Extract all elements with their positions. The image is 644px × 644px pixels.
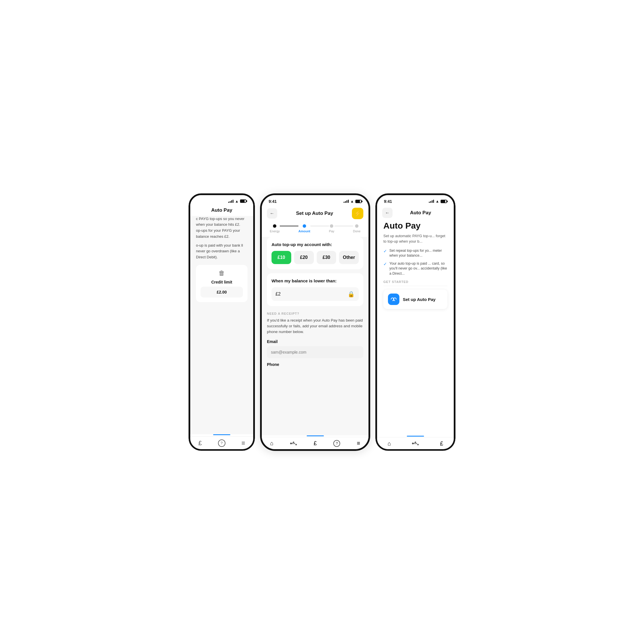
center-nav-home[interactable]: ⌂ xyxy=(270,440,274,447)
balance-card-title: When my balance is lower than: xyxy=(272,278,359,283)
email-input[interactable] xyxy=(267,346,363,358)
amount-options: £10 £20 £30 Other xyxy=(272,251,359,264)
center-nav-menu[interactable]: ≡ xyxy=(357,440,360,447)
svg-point-10 xyxy=(417,444,419,445)
check-item-1: ✓ Set repeat top-ups for yo... meter whe… xyxy=(383,248,447,258)
lock-icon: 🔒 xyxy=(348,291,355,298)
setup-autopay-label: Set up Auto Pay xyxy=(403,297,435,302)
right-phone: 9:41 ▲ ← Auto Pay xyxy=(375,193,455,451)
back-arrow-icon: ← xyxy=(270,211,274,216)
amount-other-button[interactable]: Other xyxy=(339,251,359,264)
divider xyxy=(383,286,447,286)
credit-limit-label: Credit limit xyxy=(201,280,243,284)
left-text-3: o-up is paid with your bank ll never go … xyxy=(196,243,247,260)
step-pay: Pay xyxy=(329,224,334,233)
center-nav-pound[interactable]: £ xyxy=(314,440,317,447)
amount-20-button[interactable]: £20 xyxy=(294,251,314,264)
svg-point-0 xyxy=(290,443,292,444)
balance-value: £2 xyxy=(276,292,281,297)
svg-point-6 xyxy=(412,443,414,444)
left-nav-help[interactable]: ? xyxy=(218,439,225,447)
left-content: c PAYG top-ups so you never when your ba… xyxy=(190,216,253,434)
check-icon-2: ✓ xyxy=(383,261,387,267)
left-nav-header: Auto Pay xyxy=(190,206,253,216)
signal-icon xyxy=(228,200,233,203)
amount-card: Auto top-up my account with: £10 £20 £30… xyxy=(267,237,363,269)
check-item-2: ✓ Your auto top-up is paid ... card, so … xyxy=(383,261,447,276)
phones-wrapper: ▲ Auto Pay c PAYG top-ups so you never w… xyxy=(189,193,455,451)
right-nav-pound[interactable]: £ xyxy=(440,440,443,447)
right-connections-icon xyxy=(412,441,419,445)
right-nav-connections[interactable] xyxy=(412,441,419,445)
right-pound-icon: £ xyxy=(440,440,443,447)
pound-icon: £ xyxy=(198,439,202,447)
step-amount-dot xyxy=(303,224,306,228)
step-done-dot xyxy=(355,224,358,228)
lightning-button[interactable]: ⚡ xyxy=(352,208,363,219)
center-battery-icon xyxy=(355,200,362,203)
right-content: Auto Pay Set up automatic PAYG top-u... … xyxy=(377,221,454,436)
right-nav-header: ← Auto Pay xyxy=(377,206,454,221)
step-line-1 xyxy=(280,226,298,226)
left-nav-pound[interactable]: £ xyxy=(198,439,202,447)
auto-pay-description: Set up automatic PAYG top-u... forget to… xyxy=(383,233,447,244)
step-line-3 xyxy=(334,226,353,226)
center-nav-title: Set up Auto Pay xyxy=(296,211,333,216)
center-bottom-nav: ⌂ £ ? xyxy=(262,437,368,449)
lightning-icon: ⚡ xyxy=(354,210,361,217)
get-started-label: GET STARTED xyxy=(383,280,447,284)
receipt-label: NEED A RECEIPT? xyxy=(267,312,363,315)
center-back-button[interactable]: ← xyxy=(267,208,277,219)
center-content: Auto top-up my account with: £10 £20 £30… xyxy=(262,237,368,435)
left-credit-card: 🗑 Credit limit £2.00 xyxy=(196,265,247,302)
left-bottom-nav: £ ? ≡ xyxy=(190,436,253,449)
right-time: 9:41 xyxy=(384,199,392,204)
svg-point-4 xyxy=(296,444,297,445)
left-nav-menu[interactable]: ≡ xyxy=(241,439,245,447)
wifi-icon: ▲ xyxy=(235,199,239,203)
setup-autopay-button[interactable]: Set up Auto Pay xyxy=(383,290,447,309)
center-nav-help[interactable]: ? xyxy=(333,440,340,447)
center-menu-icon: ≡ xyxy=(357,440,360,447)
email-label: Email xyxy=(267,339,363,344)
step-energy-label: Energy xyxy=(270,229,280,233)
step-energy-dot xyxy=(273,224,276,228)
balance-card: When my balance is lower than: £2 🔒 xyxy=(267,273,363,306)
right-signal-icon xyxy=(429,200,434,203)
center-wifi-icon: ▲ xyxy=(350,199,354,203)
right-bottom-nav: ⌂ £ xyxy=(377,437,454,449)
amount-10-button[interactable]: £10 xyxy=(272,251,291,264)
right-back-arrow-icon: ← xyxy=(385,210,390,215)
step-done: Done xyxy=(353,224,360,233)
amount-card-title: Auto top-up my account with: xyxy=(272,242,359,247)
left-text-1: c PAYG top-ups so you never when your ba… xyxy=(196,216,247,228)
check-text-2: Your auto top-up is paid ... card, so yo… xyxy=(389,261,447,276)
step-amount: Amount xyxy=(298,224,310,233)
right-back-button[interactable]: ← xyxy=(382,208,393,218)
help-icon: ? xyxy=(218,439,225,447)
right-status-bar: 9:41 ▲ xyxy=(377,195,454,206)
battery-icon xyxy=(240,199,246,203)
center-signal-icon xyxy=(344,200,349,203)
center-nav-header: ← Set up Auto Pay ⚡ xyxy=(262,206,368,222)
right-battery-icon xyxy=(441,200,447,203)
left-nav-title: Auto Pay xyxy=(211,207,232,213)
receipt-description: If you'd like a receipt when your Auto P… xyxy=(267,318,363,335)
center-phone: 9:41 ▲ ← Set up Auto Pay xyxy=(260,193,370,451)
menu-icon: ≡ xyxy=(241,439,245,447)
step-line-2 xyxy=(310,226,329,226)
center-status-icons: ▲ xyxy=(344,199,362,203)
center-status-bar: 9:41 ▲ xyxy=(262,195,368,206)
center-help-icon: ? xyxy=(333,440,340,447)
autopay-button-icon xyxy=(388,294,399,305)
left-status-icons: ▲ xyxy=(228,199,246,203)
right-nav-home[interactable]: ⌂ xyxy=(388,440,391,447)
amount-30-button[interactable]: £30 xyxy=(317,251,336,264)
step-energy: Energy xyxy=(270,224,280,233)
left-text-2: op-ups for your PAYG your balance reache… xyxy=(196,228,247,240)
delete-icon: 🗑 xyxy=(201,270,243,277)
step-amount-label: Amount xyxy=(298,229,310,233)
step-done-label: Done xyxy=(353,229,360,233)
center-nav-connections[interactable] xyxy=(290,441,297,445)
right-nav-title: Auto Pay xyxy=(410,210,431,216)
